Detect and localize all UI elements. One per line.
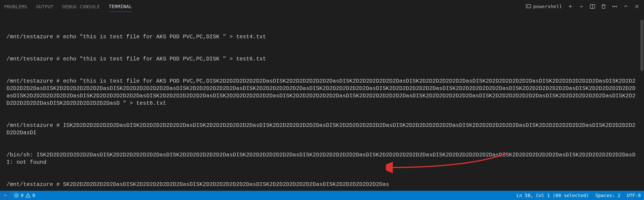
kill-terminal-icon[interactable] — [600, 3, 606, 9]
remote-window-button[interactable] — [0, 191, 11, 200]
error-count: 0 — [21, 193, 24, 198]
warning-count: 0 — [32, 193, 35, 198]
tab-debug-console[interactable]: DEBUG CONSOLE — [62, 1, 100, 12]
status-selection[interactable]: Ln 58, Col 1 (60 selected) — [513, 191, 592, 200]
svg-point-2 — [612, 6, 613, 7]
terminal-view[interactable]: /mnt/testazure # echo "this is test file… — [0, 13, 644, 191]
shell-label: powershell — [533, 4, 562, 9]
terminal-line: /bin/sh: ISK2D2D2D2D2D2D2DasDISK2D2D2D2D… — [6, 151, 638, 166]
status-bar: 0 0 Ln 58, Col 1 (60 selected) Spaces: 2… — [0, 191, 644, 200]
more-actions-icon[interactable] — [612, 3, 618, 9]
status-indent[interactable]: Spaces: 2 — [592, 191, 624, 200]
terminal-scrollbar[interactable] — [640, 13, 644, 191]
error-icon — [14, 193, 19, 198]
new-terminal-icon[interactable] — [567, 3, 573, 9]
panel-tab-bar: PROBLEMS OUTPUT DEBUG CONSOLE TERMINAL p… — [0, 0, 644, 13]
tab-terminal[interactable]: TERMINAL — [109, 1, 132, 12]
terminal-line: /mnt/testazure # SK2D2D2D2D2D2D2DasDISK2… — [6, 181, 638, 188]
chevron-down-icon[interactable] — [578, 3, 584, 9]
terminal-line: /mnt/testazure # echo "this is test file… — [6, 55, 638, 63]
panel-actions: powershell — [526, 3, 640, 9]
svg-point-4 — [616, 6, 617, 7]
svg-rect-0 — [526, 4, 531, 8]
tab-problems[interactable]: PROBLEMS — [4, 1, 27, 12]
split-terminal-icon[interactable] — [590, 3, 596, 9]
status-encoding[interactable]: UTF-8 — [624, 191, 644, 200]
close-panel-icon[interactable] — [634, 3, 640, 9]
maximize-panel-icon[interactable] — [623, 3, 629, 9]
scrollbar-thumb[interactable] — [640, 20, 644, 71]
terminal-line: /mnt/testazure # echo "this is test file… — [6, 77, 638, 107]
terminal-line: /mnt/testazure # echo "this is test file… — [6, 33, 638, 41]
terminal-icon — [526, 3, 532, 9]
svg-point-3 — [614, 6, 615, 7]
shell-picker[interactable]: powershell — [526, 3, 562, 9]
terminal-line: /mnt/testazure # ISK2D2D2D2D2D2D2DasDISK… — [6, 122, 638, 137]
tab-output[interactable]: OUTPUT — [36, 1, 54, 12]
status-problems[interactable]: 0 0 — [11, 191, 38, 200]
warning-icon — [26, 193, 30, 198]
